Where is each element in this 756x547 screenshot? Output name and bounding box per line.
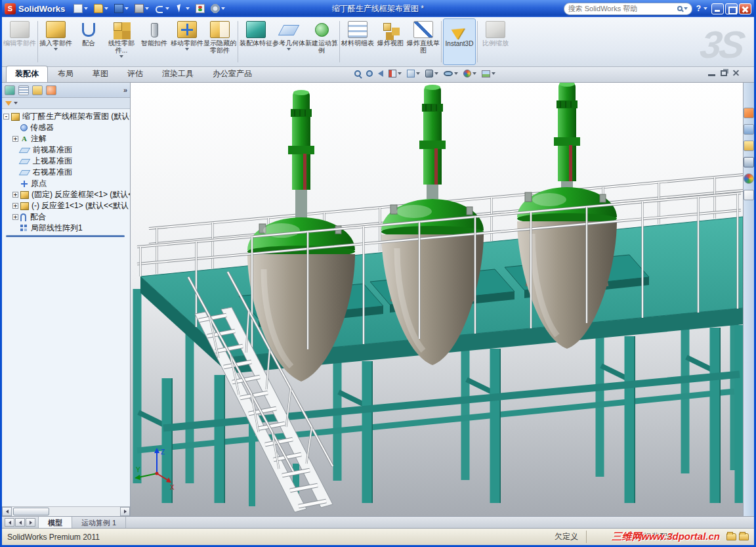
tab-layout[interactable]: 布局 (49, 66, 83, 82)
ribbon-edit-component[interactable]: 编辑零部件 (3, 18, 36, 65)
expand-toggle[interactable]: + (12, 136, 18, 142)
folder-icon[interactable] (726, 533, 736, 540)
expand-toggle[interactable]: + (12, 192, 18, 198)
scrollbar-track[interactable] (12, 507, 120, 516)
appearances-tab-icon[interactable] (46, 85, 56, 95)
doc-minimize-icon[interactable] (708, 70, 715, 76)
scroll-right-button[interactable] (120, 507, 130, 516)
ribbon-show-hidden[interactable]: 显示隐藏的零部件 (203, 18, 236, 65)
help-button[interactable]: ? (696, 4, 707, 13)
print-icon (135, 4, 144, 13)
tree-row-front-plane[interactable]: 前视基准面 (3, 144, 130, 156)
options-button[interactable] (209, 2, 227, 15)
tab-office-products[interactable]: 办公室产品 (203, 66, 261, 82)
tree-row-top-plane[interactable]: 上视基准面 (3, 156, 130, 167)
select-button[interactable] (173, 2, 192, 15)
scrollbar-thumb[interactable] (13, 508, 49, 515)
assembly-3d-scene[interactable]: Z Y X (131, 83, 743, 516)
prev-tab-button[interactable] (15, 518, 25, 527)
file-explorer-icon[interactable] (744, 141, 754, 151)
expand-toggle[interactable]: + (12, 203, 18, 209)
appearances-scenes-icon[interactable] (744, 173, 754, 184)
tree-row-reactor-frame[interactable]: + (固定) 反应釜框架<1> (默认< (3, 189, 130, 200)
new-document-button[interactable] (72, 2, 90, 15)
restore-button[interactable] (725, 3, 738, 14)
minimize-button[interactable] (711, 3, 724, 14)
first-tab-button[interactable] (5, 518, 14, 527)
open-document-button[interactable] (92, 2, 110, 15)
ribbon-move-component[interactable]: 移动零部件 (171, 18, 203, 65)
design-library-icon[interactable] (744, 124, 754, 135)
solidworks-resources-icon[interactable] (744, 108, 754, 118)
tree-row-reactor1[interactable]: + (-) 反应釜1<1> (默认<<默认 (3, 200, 130, 211)
previous-view-button[interactable] (377, 69, 385, 78)
search-input[interactable] (568, 5, 677, 12)
apply-scene-button[interactable] (480, 69, 497, 79)
heads-up-view-toolbar (353, 68, 497, 79)
tree-root-row[interactable]: - 缩丁醛生产线框架布置图 (默认< (3, 111, 130, 122)
rebuild-button[interactable] (194, 2, 207, 15)
tree-row-local-pattern[interactable]: 局部线性阵列1 (3, 223, 130, 234)
zoom-area-button[interactable] (365, 69, 374, 78)
chevron-down-icon (84, 7, 88, 10)
expand-toggle[interactable]: + (12, 214, 18, 220)
hide-show-items-button[interactable] (442, 70, 459, 77)
save-button[interactable] (112, 2, 131, 15)
edit-component-icon (10, 21, 30, 38)
component-icon (20, 202, 29, 210)
ribbon-bom[interactable]: 材料明细表 (341, 18, 374, 65)
view-orientation-button[interactable] (406, 68, 421, 79)
display-style-button[interactable] (424, 68, 440, 79)
custom-properties-icon[interactable] (744, 190, 754, 200)
rollback-bar[interactable] (6, 235, 125, 237)
ribbon-smart-fastener[interactable]: 智能扣件 (138, 18, 171, 65)
ribbon-instant3d[interactable]: Instant3D (443, 18, 476, 65)
edit-appearance-button[interactable] (462, 68, 478, 79)
ribbon-explode-line[interactable]: 爆炸直线草图 (407, 18, 440, 65)
tree-row-annotations[interactable]: + A 注解 (3, 133, 130, 144)
tree-horizontal-scrollbar[interactable] (2, 506, 130, 516)
folder-icon[interactable] (739, 533, 749, 540)
chevron-down-icon (165, 7, 169, 10)
doc-close-icon[interactable] (732, 70, 740, 77)
help-search-box[interactable] (564, 3, 692, 15)
chevron-down-icon[interactable] (684, 7, 688, 10)
configuration-manager-tab-icon[interactable] (32, 85, 43, 95)
panel-overflow-chevron-icon[interactable]: » (123, 86, 127, 94)
view-palette-icon[interactable] (744, 157, 754, 167)
graphics-viewport[interactable]: Z Y X (131, 83, 743, 516)
doc-restore-icon[interactable] (721, 70, 727, 76)
tab-render-tools[interactable]: 渲染工具 (153, 66, 203, 82)
ribbon-reference-geometry[interactable]: 参考几何体 (272, 18, 305, 65)
expand-toggle[interactable]: - (3, 114, 9, 120)
ribbon-assembly-feature[interactable]: 装配体特征 (240, 18, 272, 65)
tab-motion-study-1[interactable]: 运动算例 1 (72, 517, 126, 528)
ribbon-scale[interactable]: 比例缩放 (479, 18, 512, 65)
tree-row-right-plane[interactable]: 右视基准面 (3, 167, 130, 178)
help-label: ? (696, 4, 701, 13)
section-view-button[interactable] (387, 68, 403, 79)
ribbon-insert-component[interactable]: 插入零部件 (39, 18, 72, 65)
next-tab-button[interactable] (26, 518, 35, 527)
property-manager-tab-icon[interactable] (18, 85, 29, 95)
tree-filter-bar[interactable] (2, 98, 130, 109)
tab-sketch[interactable]: 草图 (83, 66, 117, 82)
zoom-fit-button[interactable] (353, 69, 362, 78)
close-button[interactable] (739, 3, 751, 14)
ribbon-motion-study[interactable]: 新建运动算例 (305, 18, 338, 65)
ribbon-linear-pattern[interactable]: 线性零部件... (105, 18, 138, 65)
tree-row-mates[interactable]: + 配合 (3, 211, 130, 223)
search-icon[interactable] (677, 6, 682, 11)
tab-model[interactable]: 模型 (39, 517, 72, 528)
tree-row-origin[interactable]: 原点 (3, 178, 130, 189)
ribbon-exploded-view[interactable]: 爆炸视图 (374, 18, 407, 65)
tree-row-sensors[interactable]: 传感器 (3, 122, 130, 133)
scroll-left-button[interactable] (2, 507, 12, 516)
feature-tree-tab-icon[interactable] (5, 85, 15, 95)
ribbon-mate[interactable]: 配合 (72, 18, 105, 65)
tab-assembly[interactable]: 装配体 (6, 66, 48, 82)
tab-evaluate[interactable]: 评估 (118, 66, 152, 82)
print-button[interactable] (133, 2, 151, 15)
instant3d-icon (450, 22, 469, 39)
undo-button[interactable] (153, 2, 171, 15)
